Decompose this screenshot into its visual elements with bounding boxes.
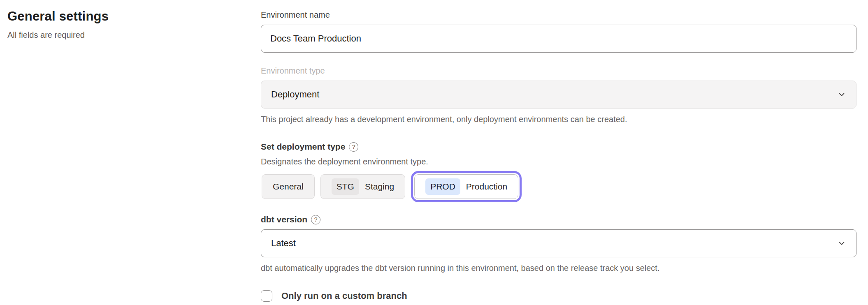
help-icon[interactable]: ? (311, 215, 320, 224)
environment-name-input[interactable] (261, 25, 856, 53)
custom-branch-checkbox[interactable] (261, 290, 272, 302)
deployment-type-option-production[interactable]: PROD Production (414, 174, 518, 199)
dbt-version-label-text: dbt version (261, 214, 307, 225)
environment-type-value: Deployment (271, 89, 319, 100)
settings-intro: General settings All fields are required (7, 9, 238, 40)
page-title: General settings (7, 9, 238, 24)
environment-type-helper: This project already has a development e… (261, 114, 856, 125)
page-subtitle: All fields are required (7, 30, 238, 40)
custom-branch-row: Only run on a custom branch (261, 290, 856, 302)
dbt-version-helper: dbt automatically upgrades the dbt versi… (261, 263, 856, 273)
environment-name-label: Environment name (261, 9, 856, 21)
deployment-type-option-general[interactable]: General (262, 174, 315, 199)
chevron-down-icon (837, 239, 846, 248)
option-label: Production (466, 182, 507, 192)
deployment-type-option-staging[interactable]: STG Staging (320, 174, 405, 199)
dbt-version-select[interactable]: Latest (261, 229, 856, 257)
deployment-type-helper: Designates the deployment environment ty… (261, 156, 856, 167)
staging-badge: STG (332, 178, 359, 195)
deployment-type-options: General STG Staging PROD Production (261, 174, 856, 199)
chevron-down-icon (837, 90, 846, 99)
deployment-type-label-text: Set deployment type (261, 141, 345, 152)
dbt-version-value: Latest (271, 238, 296, 249)
deployment-type-section-label: Set deployment type ? (261, 141, 856, 152)
environment-type-select: Deployment (261, 81, 856, 109)
option-label: Staging (365, 182, 394, 192)
production-badge: PROD (425, 178, 460, 195)
environment-type-label: Environment type (261, 65, 856, 76)
general-settings-form: Environment name Environment type Deploy… (261, 9, 856, 302)
option-label: General (273, 182, 304, 192)
dbt-version-section-label: dbt version ? (261, 214, 856, 225)
help-icon[interactable]: ? (349, 142, 358, 152)
custom-branch-label[interactable]: Only run on a custom branch (281, 291, 407, 301)
